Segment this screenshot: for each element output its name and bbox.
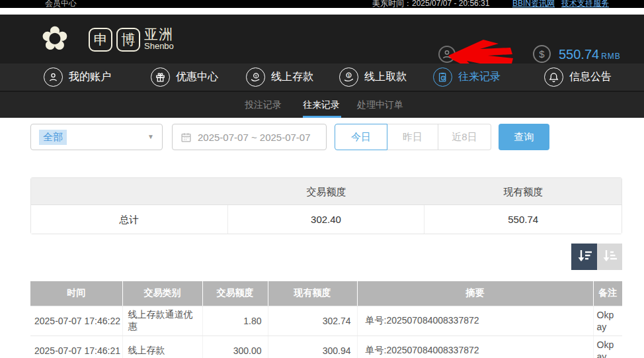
member-center-page: 会员中心 美东时间：2025/07/07 - 20:56:31 BBIN资讯网 … [0,0,644,358]
header-time: 时间 [30,281,122,306]
today-button[interactable]: 今日 [335,124,387,150]
date-range-value: 2025-07-07 ~ 2025-07-07 [198,132,311,143]
cell-trade-amount: 300.00 [202,336,268,358]
dollar-icon: $ [533,45,551,63]
header-memo: 摘要 [357,281,593,306]
sort-ascending-icon [601,247,618,265]
cell-time: 2025-07-07 17:46:22 [30,306,122,336]
nav-item-my-account[interactable]: 我的账户 [44,64,111,91]
tech-support-link[interactable]: 技术支持服务 [561,0,609,8]
cell-balance: 302.74 [268,306,357,336]
sub-nav: 投注记录 往来记录 处理中订单 [0,91,644,118]
nav-label: 线上存款 [271,70,313,84]
records-icon [433,67,452,87]
nav-label: 往来记录 [458,70,501,84]
cell-type: 线上存款通道优惠 [122,306,202,336]
date-range-input[interactable]: 2025-07-07 ~ 2025-07-07 [172,124,327,150]
summary-trade-total: 302.40 [228,205,425,234]
logo-subtitle: Shenbo [144,41,174,51]
cell-note: Okpay [593,306,622,336]
user-icon [44,67,63,87]
nav-item-online-withdraw[interactable]: $ 线上取款 [339,64,407,91]
search-button[interactable]: 查询 [499,124,549,150]
records-table: 时间 交易类别 交易额度 现有额度 摘要 备注 2025-07-07 17:46… [30,281,622,358]
summary-table: 交易额度 现有额度 总计 302.40 550.74 [30,177,622,234]
cell-type: 线上存款 [122,336,202,358]
deposit-icon [246,67,265,87]
tab-transaction-records[interactable]: 往来记录 [303,92,340,118]
type-select[interactable]: 全部 ▼ [30,124,163,150]
member-center-label: 会员中心 [45,0,77,8]
nav-item-announcements[interactable]: 信息公告 [544,64,612,91]
bell-icon [544,67,563,87]
yesterday-button[interactable]: 昨日 [387,124,438,150]
header-trade-amount: 交易额度 [202,281,268,306]
header-type: 交易类别 [122,281,202,306]
tab-pending-orders[interactable]: 处理中订单 [357,92,403,118]
table-row: 2025-07-07 17:46:22 线上存款通道优惠 1.80 302.74… [30,306,622,336]
cell-time: 2025-07-07 17:46:21 [30,336,122,358]
nav-item-transaction-records[interactable]: 往来记录 [433,64,501,91]
withdraw-icon: $ [339,67,358,87]
svg-text:$: $ [348,73,350,77]
nav-label: 线上取款 [364,70,407,84]
tab-bet-records[interactable]: 投注记录 [245,92,282,118]
eastern-time-label: 美东时间：2025/07/07 - 20:56:31 [372,0,489,8]
nav-item-promotions[interactable]: 优惠中心 [151,64,218,91]
header-balance: 现有额度 [268,281,357,306]
summary-total-row: 总计 302.40 550.74 [31,205,622,234]
records-header-row: 时间 交易类别 交易额度 现有额度 摘要 备注 [30,281,622,306]
quick-date-buttons: 今日 昨日 近8日 [335,124,491,150]
last8days-button[interactable]: 近8日 [438,124,491,150]
logo-char-bo: 博 [116,28,140,52]
balance-value: 550.74 [559,47,599,62]
cell-balance: 300.94 [268,336,357,358]
summary-header-balance: 现有额度 [424,178,622,204]
summary-header-trade: 交易额度 [228,178,425,204]
cell-memo: 单号:202507084008337872 [357,306,593,336]
summary-header-row: 交易额度 现有额度 [31,178,622,205]
balance-amount: 550.74RMB [559,47,621,62]
flower-logo-icon: ✿ [41,20,69,57]
summary-header-empty [31,178,228,204]
top-bar: 会员中心 美东时间：2025/07/07 - 20:56:31 BBIN资讯网 … [0,0,644,8]
cell-memo: 单号:202507084008337872 [357,336,593,358]
active-tab-underline [303,116,341,118]
table-row: 2025-07-07 17:46:21 线上存款 300.00 300.94 单… [30,336,622,358]
summary-total-label: 总计 [31,205,228,234]
nav-item-online-deposit[interactable]: 线上存款 [246,64,313,91]
site-header: ✿ 申 博 亚洲 Shenbo $ 550.74RMB [0,15,644,64]
cell-note: Okpay [593,336,622,358]
sort-descending-button[interactable] [571,244,597,270]
main-nav: 我的账户 优惠中心 线上存款 $ 线 [0,64,644,91]
nav-label: 我的账户 [69,70,111,84]
cell-trade-amount: 1.80 [202,306,268,336]
nav-label: 优惠中心 [176,70,218,84]
sort-descending-icon [576,247,593,265]
sort-ascending-button[interactable] [597,244,622,270]
summary-balance-total: 550.74 [424,205,622,234]
gift-icon [151,67,170,87]
type-select-value: 全部 [39,130,67,145]
calendar-icon [181,132,192,143]
balance-currency: RMB [601,52,621,61]
header-note: 备注 [593,281,622,306]
bbin-news-link[interactable]: BBIN资讯网 [512,0,555,8]
nav-label: 信息公告 [569,70,612,84]
logo-char-shen: 申 [89,28,112,52]
chevron-down-icon: ▼ [147,133,154,140]
